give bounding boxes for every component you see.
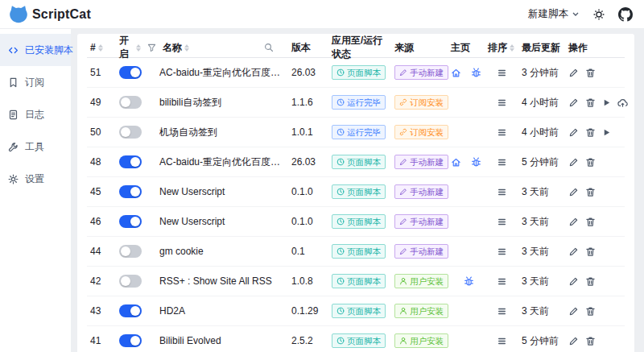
enable-toggle[interactable] — [119, 245, 142, 258]
enable-toggle[interactable] — [119, 334, 142, 347]
drag-icon[interactable] — [497, 246, 507, 257]
sidebar-item-tools[interactable]: 工具 — [0, 130, 71, 163]
sidebar-item-settings[interactable]: 设置 — [0, 163, 71, 195]
play-icon[interactable] — [602, 127, 611, 138]
badge-label: 订阅安装 — [410, 128, 444, 137]
play-icon[interactable] — [602, 97, 611, 108]
badge-label: 运行完毕 — [347, 98, 381, 107]
filter-icon[interactable] — [147, 43, 156, 52]
delete-icon[interactable] — [585, 157, 596, 168]
delete-icon[interactable] — [585, 217, 596, 227]
status-badge: 页面脚本 — [332, 274, 386, 289]
edit-icon[interactable] — [568, 217, 579, 227]
script-name[interactable]: gm cookie — [159, 237, 288, 267]
table-row: 41Bilibili Evolved2.5.2页面脚本用户安装5 分钟前 — [87, 326, 625, 352]
delete-icon[interactable] — [585, 336, 596, 346]
edit-icon[interactable] — [568, 157, 579, 168]
bug-icon[interactable] — [464, 276, 474, 287]
column-header[interactable]: 开启 — [116, 34, 159, 61]
clock-icon — [336, 98, 345, 106]
drag-icon[interactable] — [497, 336, 507, 346]
delete-icon[interactable] — [585, 246, 596, 257]
sort-carets-icon[interactable] — [510, 44, 514, 52]
enable-cell — [116, 304, 159, 317]
sidebar-item-subscriptions[interactable]: 订阅 — [0, 66, 71, 98]
enable-toggle[interactable] — [119, 185, 142, 198]
delete-icon[interactable] — [585, 97, 596, 108]
source-badge: 手动新建 — [394, 184, 448, 200]
enable-toggle[interactable] — [119, 155, 142, 168]
script-name[interactable]: AC-baidu-重定向优化百度搜狗谷歌... — [159, 58, 288, 88]
column-header[interactable]: # — [87, 42, 116, 53]
script-name[interactable]: New Userscript — [159, 207, 288, 237]
enable-toggle[interactable] — [119, 96, 142, 109]
sort-cell — [485, 157, 518, 168]
cloud-upload-icon[interactable] — [617, 97, 628, 108]
enable-toggle[interactable] — [119, 215, 142, 228]
script-name[interactable]: bilibili自动签到 — [159, 88, 288, 118]
sidebar-item-installed-scripts[interactable]: 已安装脚本 — [0, 34, 71, 66]
drag-icon[interactable] — [497, 276, 507, 287]
drag-icon[interactable] — [497, 306, 507, 317]
enable-toggle[interactable] — [119, 126, 142, 139]
user-icon — [399, 307, 407, 315]
enable-cell — [116, 245, 159, 258]
status-cell: 页面脚本 — [328, 184, 391, 200]
script-name[interactable]: RSS+ : Show Site All RSS — [159, 267, 288, 296]
home-icon[interactable] — [451, 68, 461, 78]
delete-icon[interactable] — [585, 187, 596, 197]
main-area: #开启名称版本应用至/运行状态来源主页排序最后更新操作 51AC-baidu-重… — [71, 29, 644, 352]
delete-icon[interactable] — [585, 276, 596, 287]
status-cell: 页面脚本 — [328, 65, 391, 81]
column-header[interactable]: 名称 — [159, 41, 288, 55]
edit-icon[interactable] — [568, 336, 579, 346]
sort-carets-icon[interactable] — [98, 44, 103, 52]
edit-icon[interactable] — [568, 276, 579, 287]
drag-icon[interactable] — [497, 68, 507, 78]
column-header[interactable]: 排序 — [485, 41, 518, 55]
sidebar-item-logs[interactable]: 日志 — [0, 98, 71, 130]
edit-icon[interactable] — [568, 187, 579, 197]
bug-icon[interactable] — [471, 68, 481, 78]
delete-icon[interactable] — [585, 127, 596, 138]
enable-toggle[interactable] — [119, 66, 142, 79]
drag-icon[interactable] — [497, 157, 507, 168]
script-name[interactable]: AC-baidu-重定向优化百度搜狗谷歌... — [159, 147, 288, 177]
bug-icon[interactable] — [471, 157, 481, 168]
github-button[interactable] — [618, 7, 633, 22]
delete-icon[interactable] — [585, 306, 596, 317]
script-name[interactable]: New Userscript — [159, 177, 288, 207]
drag-icon[interactable] — [497, 97, 507, 108]
actions-cell — [565, 157, 625, 168]
source-cell: 手动新建 — [391, 155, 448, 170]
source-cell: 手动新建 — [391, 184, 448, 200]
clock-icon — [336, 337, 345, 345]
pencil-icon — [399, 68, 407, 77]
script-name[interactable]: 机场自动签到 — [159, 118, 288, 147]
status-cell: 页面脚本 — [328, 155, 391, 170]
version-cell: 0.1.0 — [288, 186, 328, 197]
drag-icon[interactable] — [497, 217, 507, 227]
sort-carets-icon[interactable] — [184, 44, 189, 52]
edit-icon[interactable] — [568, 246, 579, 257]
enable-toggle[interactable] — [119, 275, 142, 288]
script-name[interactable]: HD2A — [159, 296, 288, 326]
edit-icon[interactable] — [568, 127, 579, 138]
sort-cell — [485, 306, 518, 317]
delete-icon[interactable] — [585, 68, 596, 78]
sort-carets-icon[interactable] — [136, 44, 141, 52]
actions-cell — [565, 246, 625, 257]
edit-icon[interactable] — [568, 306, 579, 317]
home-icon[interactable] — [451, 157, 461, 168]
edit-icon[interactable] — [568, 68, 579, 78]
new-script-button[interactable]: 新建脚本 — [528, 7, 580, 21]
pencil-icon — [399, 247, 407, 255]
enable-toggle[interactable] — [119, 304, 142, 317]
script-name[interactable]: Bilibili Evolved — [159, 326, 288, 352]
edit-icon[interactable] — [568, 97, 579, 108]
pencil-icon — [399, 217, 407, 226]
theme-toggle-button[interactable] — [592, 8, 605, 21]
drag-icon[interactable] — [497, 127, 507, 138]
drag-icon[interactable] — [497, 187, 507, 197]
search-icon[interactable] — [264, 43, 274, 52]
